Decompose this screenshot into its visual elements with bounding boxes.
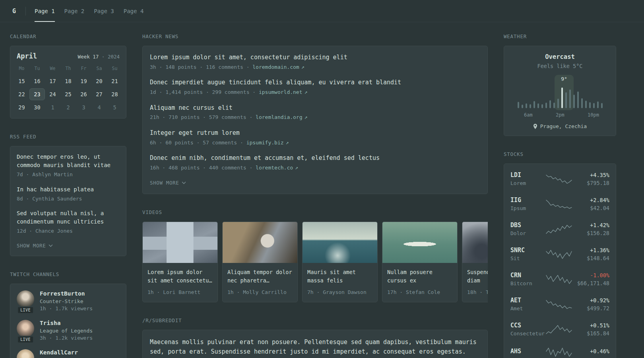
video-title[interactable]: Lorem ipsum dolor sit amet consectetu… <box>147 268 213 285</box>
stock-ticker[interactable]: DBS <box>510 222 545 229</box>
twitch-card: LIVEForrestBurtonCounter-Strike1h · 1.7k… <box>10 284 126 358</box>
stock-values: +0.46% <box>573 348 609 356</box>
stock-values: +2.84%$42.04 <box>573 197 609 211</box>
twitch-channel-name[interactable]: ForrestBurton <box>40 290 93 297</box>
video-meta: 1h · Lori Barnett <box>147 288 213 296</box>
stock-ticker[interactable]: AHS <box>510 348 545 355</box>
stock-row[interactable]: LDILorem+4.35%$795.18 <box>510 166 609 191</box>
hn-item: Lorem ipsum dolor sit amet, consectetur … <box>150 53 480 71</box>
stock-change: +0.46% <box>573 348 609 354</box>
video-thumbnail[interactable] <box>382 222 457 263</box>
video-card[interactable]: Aliquam tempor dolor nec pharetra…1h · M… <box>222 222 298 302</box>
twitch-channel[interactable]: LIVEKendallCarr <box>17 349 120 358</box>
calendar-day: 4 <box>91 101 107 113</box>
section-title-videos: VIDEOS <box>142 209 488 215</box>
video-thumbnail[interactable] <box>462 222 488 263</box>
stock-ticker[interactable]: SNRC <box>510 247 545 254</box>
weather-bar <box>569 90 571 108</box>
stock-row[interactable]: IIGIpsum+2.84%$42.04 <box>510 191 609 216</box>
app-logo[interactable]: G <box>10 0 25 22</box>
twitch-channel-name[interactable]: KendallCarr <box>40 349 78 356</box>
weather-bar <box>545 103 547 108</box>
twitch-channel-name[interactable]: Trisha <box>40 320 93 326</box>
hn-item-domain-link[interactable]: ipsumify.biz↗ <box>246 140 289 146</box>
videos-carousel[interactable]: Lorem ipsum dolor sit amet consectetu…1h… <box>142 222 488 302</box>
hn-item-title[interactable]: Donec imperdiet augue tincidunt felis al… <box>150 78 480 87</box>
stock-change: +2.84% <box>573 197 609 203</box>
stock-name: Lorem <box>510 180 545 186</box>
weather-location[interactable]: Prague, Czechia <box>510 123 609 129</box>
twitch-channel[interactable]: LIVETrishaLeague of Legends3h · 1.2k vie… <box>17 320 120 341</box>
rss-item-title[interactable]: Donec tempor eros leo, ut commodo mauris… <box>17 153 120 169</box>
rss-item-title[interactable]: In hac habitasse platea <box>17 185 120 194</box>
hn-item: Donec enim nibh, condimentum et accumsan… <box>150 154 480 171</box>
video-thumbnail[interactable] <box>223 222 297 263</box>
stock-row[interactable]: DBSDolor+1.42%$156.28 <box>510 216 609 241</box>
stock-ticker[interactable]: AET <box>510 297 545 304</box>
stock-ticker[interactable]: CCS <box>510 322 545 329</box>
twitch-channel-list: LIVEForrestBurtonCounter-Strike1h · 1.7k… <box>17 290 120 358</box>
axis-label-2pm: 2pm <box>556 112 564 118</box>
weather-bar <box>537 103 539 108</box>
tab-page-4[interactable]: Page 4 <box>119 0 149 22</box>
weather-bar <box>573 95 575 108</box>
calendar-weekday: Mo <box>14 63 29 74</box>
weather-bar <box>541 104 543 108</box>
tab-page-1[interactable]: Page 1 <box>30 0 60 22</box>
dashboard: CALENDAR April Week 17 · 2024 MoTuWeThFr… <box>0 22 644 358</box>
domain-text: ipsumify.biz <box>246 140 284 146</box>
chevron-down-icon <box>48 244 53 247</box>
video-card[interactable]: Mauris sit amet massa felis7h · Grayson … <box>302 222 378 302</box>
hackernews-item-list: Lorem ipsum dolor sit amet, consectetur … <box>150 53 480 171</box>
stock-row[interactable]: AETAmet+0.92%$499.72 <box>510 292 609 317</box>
stock-sparkline <box>546 174 572 184</box>
stock-change: +1.42% <box>573 222 609 228</box>
video-title[interactable]: Aliquam tempor dolor nec pharetra… <box>227 268 293 285</box>
video-card[interactable]: Lorem ipsum dolor sit amet consectetu…1h… <box>142 222 218 302</box>
stock-sparkline <box>546 299 572 309</box>
hn-item-meta: 3h · 148 points · 116 comments · loremdo… <box>150 63 480 71</box>
stock-row[interactable]: CRNBitcorn-1.00%$66,171.48 <box>510 267 609 292</box>
video-thumbnail[interactable] <box>303 222 377 263</box>
tab-page-2[interactable]: Page 2 <box>60 0 89 22</box>
hn-item-title[interactable]: Donec enim nibh, condimentum et accumsan… <box>150 154 480 163</box>
stocks-card: LDILorem+4.35%$795.18IIGIpsum+2.84%$42.0… <box>504 163 616 358</box>
stock-ticker[interactable]: CRN <box>510 272 545 279</box>
hn-item-domain-link[interactable]: loremlandia.org↗ <box>256 114 307 120</box>
tab-page-3[interactable]: Page 3 <box>89 0 119 22</box>
external-link-icon: ↗ <box>286 140 289 146</box>
stock-ticker[interactable]: IIG <box>510 197 545 204</box>
twitch-channel[interactable]: LIVEForrestBurtonCounter-Strike1h · 1.7k… <box>17 290 120 311</box>
hn-item-title[interactable]: Integer eget rutrum lorem <box>150 129 480 138</box>
weather-bar <box>593 103 595 108</box>
video-title[interactable]: Mauris sit amet massa felis <box>307 268 372 285</box>
stock-ticker[interactable]: LDI <box>510 171 545 179</box>
hackernews-widget: HACKER NEWS Lorem ipsum dolor sit amet, … <box>142 33 488 194</box>
hackernews-show-more-button[interactable]: SHOW MORE <box>150 179 186 187</box>
video-card[interactable]: Suspendisse diam18h · Tara <box>462 222 488 302</box>
video-card[interactable]: Nullam posuere cursus ex17h · Stefan Col… <box>382 222 458 302</box>
hn-item-title[interactable]: Lorem ipsum dolor sit amet, consectetur … <box>150 53 480 62</box>
rss-item-title[interactable]: Sed volutpat nulla nisl, a condimentum n… <box>17 209 120 226</box>
video-thumbnail[interactable] <box>143 222 217 263</box>
domain-text: ipsumworld.net <box>259 89 303 95</box>
rss-widget: RSS FEED Donec tempor eros leo, ut commo… <box>10 134 126 256</box>
hn-item-domain-link[interactable]: ipsumworld.net↗ <box>259 89 307 95</box>
section-title-weather: WEATHER <box>504 33 616 39</box>
reddit-post-title[interactable]: Maecenas mollis pulvinar erat non posuer… <box>150 337 480 356</box>
hn-item-domain-link[interactable]: loremdomain.com↗ <box>252 64 304 70</box>
hn-item-domain-link[interactable]: loremtech.co↗ <box>256 165 298 171</box>
hn-item-title[interactable]: Aliquam nec cursus elit <box>150 104 480 113</box>
stock-row[interactable]: SNRCSit+1.36%$148.64 <box>510 241 609 267</box>
rss-item: Sed volutpat nulla nisl, a condimentum n… <box>17 209 120 235</box>
weather-bar <box>597 101 599 108</box>
rss-show-more-button[interactable]: SHOW MORE <box>17 242 53 249</box>
video-meta: 1h · Molly Carrillo <box>227 288 293 296</box>
video-card-body: Mauris sit amet massa felis7h · Grayson … <box>303 263 377 302</box>
weather-widget: WEATHER Overcast Feels like 5°C 9° 6am 2… <box>504 33 616 136</box>
video-title[interactable]: Nullam posuere cursus ex <box>387 268 452 285</box>
calendar-day: 2 <box>60 101 76 113</box>
stock-row[interactable]: CCSConsectetur+0.51%$165.84 <box>510 317 609 342</box>
stock-row[interactable]: AHS+0.46% <box>510 342 609 358</box>
video-title[interactable]: Suspendisse diam <box>467 268 488 285</box>
